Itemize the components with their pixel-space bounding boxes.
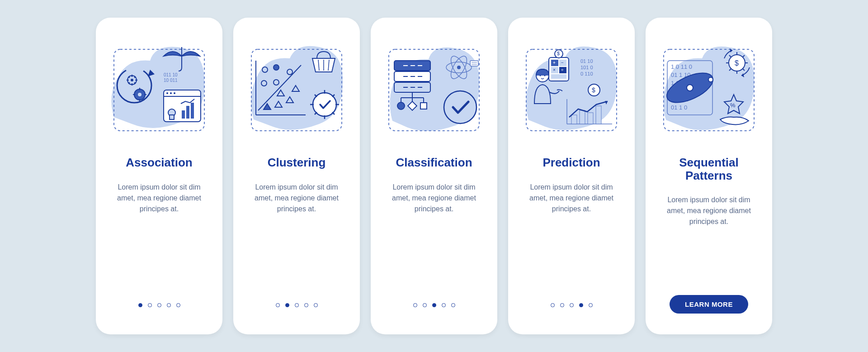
onboarding-card-association: 011 10 10 011 Association Lorem ipsum do…	[96, 18, 222, 334]
svg-point-37	[274, 65, 279, 70]
pagination-dots	[413, 303, 455, 307]
card-title: Classification	[396, 156, 472, 169]
card-description: Lorem ipsum dolor sit dim amet, mea regi…	[244, 182, 349, 214]
svg-text:−: −	[561, 60, 564, 65]
dot-3[interactable]	[570, 303, 574, 307]
dot-2[interactable]	[560, 303, 564, 307]
svg-point-25	[170, 92, 172, 94]
dot-1[interactable]	[413, 303, 417, 307]
svg-text:01 10: 01 10	[580, 58, 593, 64]
card-title: Prediction	[542, 156, 600, 169]
classification-illustration	[384, 36, 484, 140]
pagination-dots	[138, 303, 180, 307]
svg-text:÷: ÷	[561, 67, 564, 72]
dot-4[interactable]	[304, 303, 308, 307]
card-description: Lorem ipsum dolor sit dim amet, mea regi…	[656, 195, 761, 227]
svg-text:×: ×	[553, 67, 556, 72]
svg-point-82	[457, 66, 461, 69]
svg-text:0 110: 0 110	[580, 71, 593, 76]
dot-5[interactable]	[589, 303, 593, 307]
svg-text:10 011: 10 011	[164, 78, 178, 83]
card-description: Lorem ipsum dolor sit dim amet, mea regi…	[107, 182, 212, 214]
svg-text:011 10: 011 10	[164, 72, 178, 77]
dot-1[interactable]	[276, 303, 280, 307]
dot-1[interactable]	[551, 303, 555, 307]
svg-text:101 0: 101 0	[580, 65, 593, 70]
svg-text:+: +	[553, 60, 556, 65]
svg-text:%: %	[730, 102, 736, 109]
dot-4[interactable]	[442, 303, 446, 307]
svg-rect-112	[588, 113, 593, 124]
sequential-patterns-illustration: 1 0 11 0 01 1 10 1 10 01 0 1 011 110 10 …	[659, 36, 759, 140]
svg-rect-31	[191, 103, 194, 119]
svg-text:$: $	[592, 86, 595, 94]
dot-3[interactable]	[295, 303, 299, 307]
dot-2[interactable]	[148, 303, 152, 307]
svg-rect-110	[571, 115, 577, 124]
svg-text:$: $	[735, 59, 739, 67]
svg-rect-111	[580, 110, 585, 124]
prediction-illustration: + − × ÷ $ 01 10 101 0 0 110 $	[522, 36, 621, 140]
dot-5[interactable]	[176, 303, 180, 307]
svg-rect-30	[186, 106, 189, 119]
dot-5[interactable]	[314, 303, 318, 307]
card-description: Lorem ipsum dolor sit dim amet, mea regi…	[382, 182, 486, 214]
svg-rect-113	[596, 106, 601, 124]
svg-rect-29	[182, 110, 185, 119]
svg-point-125	[708, 77, 713, 82]
dot-2[interactable]	[423, 303, 427, 307]
card-title: Clustering	[268, 156, 326, 169]
dot-5[interactable]	[451, 303, 455, 307]
svg-text:1 0 11 0: 1 0 11 0	[671, 63, 692, 70]
svg-point-90	[544, 75, 546, 76]
card-title: Sequential Patterns	[656, 156, 761, 182]
onboarding-card-sequential-patterns: 1 0 11 0 01 1 10 1 10 01 0 1 011 110 10 …	[646, 18, 772, 334]
learn-more-button[interactable]: LEARN MORE	[670, 295, 748, 314]
onboarding-card-clustering: Clustering Lorem ipsum dolor sit dim ame…	[233, 18, 360, 334]
dot-4[interactable]	[167, 303, 171, 307]
svg-rect-83	[470, 61, 478, 66]
onboarding-card-prediction: + − × ÷ $ 01 10 101 0 0 110 $	[508, 18, 635, 334]
dot-2[interactable]	[285, 303, 289, 307]
svg-text:01 1 0: 01 1 0	[671, 104, 687, 111]
svg-rect-28	[170, 115, 174, 119]
dot-1[interactable]	[138, 303, 142, 307]
clustering-illustration	[247, 36, 346, 140]
card-title: Association	[126, 156, 192, 169]
dot-3[interactable]	[432, 303, 436, 307]
svg-text:$: $	[557, 51, 560, 56]
svg-point-76	[397, 102, 405, 109]
onboarding-card-classification: Classification Lorem ipsum dolor sit dim…	[371, 18, 497, 334]
svg-point-124	[687, 85, 693, 91]
pagination-dots	[551, 303, 593, 307]
svg-point-89	[540, 75, 541, 76]
card-description: Lorem ipsum dolor sit dim amet, mea regi…	[519, 182, 624, 214]
association-illustration: 011 10 10 011	[109, 36, 209, 140]
svg-point-26	[174, 92, 175, 94]
svg-rect-100	[551, 74, 566, 79]
dot-4[interactable]	[579, 303, 583, 307]
svg-point-4	[131, 79, 133, 81]
pagination-dots	[276, 303, 318, 307]
dot-3[interactable]	[157, 303, 161, 307]
svg-point-14	[138, 93, 142, 96]
svg-point-24	[166, 92, 168, 94]
svg-rect-78	[420, 103, 427, 109]
svg-point-86	[444, 91, 476, 124]
